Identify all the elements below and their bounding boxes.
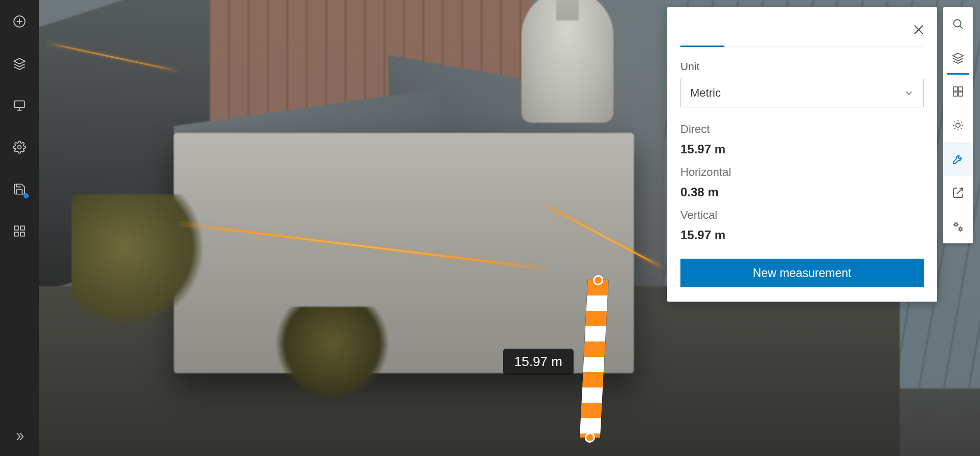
chevron-down-icon xyxy=(904,88,914,98)
svg-point-12 xyxy=(954,20,961,27)
svg-rect-16 xyxy=(959,87,963,91)
direct-label: Direct xyxy=(680,123,924,136)
gears-icon xyxy=(952,220,964,233)
save-button[interactable] xyxy=(9,179,30,199)
horizontal-label: Horizontal xyxy=(680,166,924,179)
new-measurement-button[interactable]: New measurement xyxy=(680,259,924,287)
unsaved-dot-icon xyxy=(24,193,29,198)
plus-circle-icon xyxy=(13,15,26,28)
svg-point-29 xyxy=(960,228,962,231)
horizontal-value: 0.38 m xyxy=(680,185,924,199)
svg-point-7 xyxy=(18,146,21,149)
gear-icon xyxy=(13,141,26,154)
daylight-button[interactable] xyxy=(943,108,973,142)
svg-point-28 xyxy=(955,223,958,226)
unit-label: Unit xyxy=(680,60,924,73)
unit-select-value: Metric xyxy=(690,86,721,100)
svg-rect-11 xyxy=(20,232,25,236)
svg-line-27 xyxy=(961,122,962,122)
apps-button[interactable] xyxy=(9,221,30,241)
close-icon xyxy=(911,22,926,37)
sun-icon xyxy=(952,119,964,131)
svg-rect-10 xyxy=(14,232,18,236)
layers-button[interactable] xyxy=(9,53,30,74)
svg-rect-15 xyxy=(953,87,958,91)
presentation-icon xyxy=(13,99,26,112)
svg-line-26 xyxy=(954,128,955,129)
svg-line-22 xyxy=(954,122,955,122)
measure-button[interactable] xyxy=(943,142,973,176)
layer-list-button[interactable] xyxy=(943,41,973,75)
vertical-value: 15.97 m xyxy=(680,228,924,242)
grid-icon xyxy=(13,224,26,238)
svg-rect-9 xyxy=(20,226,25,230)
measurement-panel: Unit Metric Direct 15.97 m Horizontal 0.… xyxy=(667,7,937,302)
search-button[interactable] xyxy=(943,7,973,41)
svg-rect-8 xyxy=(14,226,18,230)
direct-value: 15.97 m xyxy=(680,142,924,156)
search-icon xyxy=(952,18,964,30)
panel-tab-indicator xyxy=(680,45,724,47)
svg-marker-3 xyxy=(14,58,25,64)
measurement-label: 15.97 m xyxy=(503,349,574,375)
svg-line-13 xyxy=(960,26,963,29)
config-button[interactable] xyxy=(943,210,973,243)
expand-toolbar-button[interactable] xyxy=(9,426,30,447)
basemap-icon xyxy=(952,85,964,98)
add-button[interactable] xyxy=(9,11,30,32)
svg-rect-4 xyxy=(14,101,25,107)
unit-select[interactable]: Metric xyxy=(680,79,924,107)
layers-icon xyxy=(13,57,26,70)
wrench-icon xyxy=(952,153,964,165)
left-toolbar xyxy=(0,0,39,456)
share-button[interactable] xyxy=(943,176,973,210)
svg-rect-17 xyxy=(953,92,958,96)
right-toolbar xyxy=(943,7,973,243)
share-icon xyxy=(952,187,964,199)
present-button[interactable] xyxy=(9,95,30,116)
svg-point-19 xyxy=(956,123,960,127)
svg-rect-18 xyxy=(959,92,963,96)
layers-icon xyxy=(952,52,964,64)
close-panel-button[interactable] xyxy=(911,22,926,37)
settings-button[interactable] xyxy=(9,137,30,157)
svg-line-23 xyxy=(961,128,962,129)
basemap-button[interactable] xyxy=(943,75,973,108)
chevrons-right-icon xyxy=(13,430,26,443)
svg-marker-14 xyxy=(953,53,963,58)
vertical-label: Vertical xyxy=(680,209,924,222)
